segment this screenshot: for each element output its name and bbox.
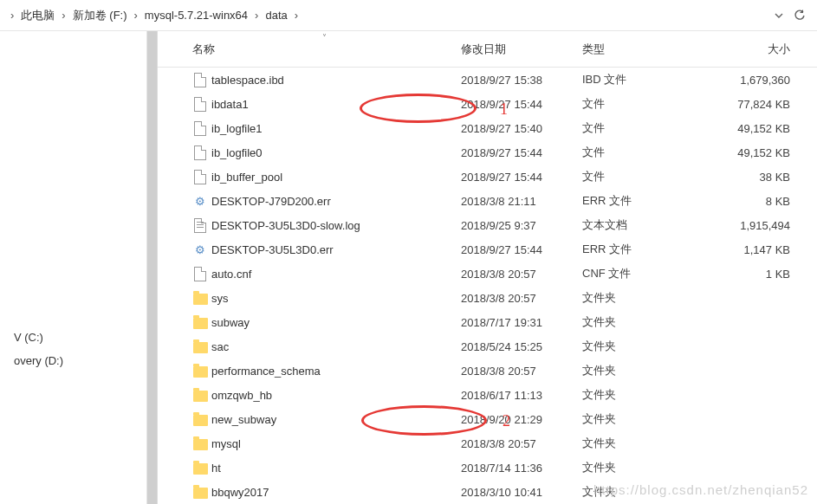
file-type: 文件夹 xyxy=(582,387,712,403)
file-name: new_subway xyxy=(211,413,276,426)
file-icon xyxy=(192,96,208,112)
folder-icon xyxy=(192,363,208,378)
file-name: ib_logfile0 xyxy=(211,146,263,159)
file-row[interactable]: ⚙DESKTOP-3U5L3D0.err2018/9/27 15:44ERR 文… xyxy=(158,237,817,262)
col-header-size[interactable]: 大小 xyxy=(712,42,807,57)
nav-tree[interactable]: V (C:) overy (D:) xyxy=(0,31,147,504)
file-row[interactable]: DESKTOP-3U5L3D0-slow.log2018/9/25 9:37文本… xyxy=(158,213,817,237)
crumb-thispc[interactable]: 此电脑 xyxy=(17,8,58,23)
file-date: 2018/9/27 15:44 xyxy=(461,146,582,159)
file-row[interactable]: ⚙DESKTOP-J79D200.err2018/3/8 21:11ERR 文件… xyxy=(158,189,817,213)
sidebar-thispc-2[interactable] xyxy=(0,372,146,383)
file-type: 文件夹 xyxy=(582,436,712,451)
file-type: 文件夹 xyxy=(582,363,712,378)
file-row[interactable]: ib_logfile02018/9/27 15:44文件49,152 KB xyxy=(158,140,817,165)
settings-file-icon: ⚙ xyxy=(192,242,208,257)
col-header-type[interactable]: 类型 xyxy=(582,42,712,57)
file-date: 2018/3/8 20:57 xyxy=(461,292,582,305)
file-name: ib_logfile1 xyxy=(211,122,263,135)
folder-icon xyxy=(192,484,208,500)
file-row[interactable]: tablespace.ibd2018/9/27 15:38IBD 文件1,679… xyxy=(158,68,817,92)
folder-icon xyxy=(192,290,208,306)
file-name: DESKTOP-3U5L3D0.err xyxy=(211,243,334,256)
file-name: performance_schema xyxy=(211,365,321,378)
folder-icon xyxy=(192,339,208,354)
file-date: 2018/3/8 20:57 xyxy=(461,268,582,281)
file-row[interactable]: ibdata12018/9/27 15:44文件77,824 KB xyxy=(158,92,817,116)
file-row[interactable]: sys2018/3/8 20:57文件夹 xyxy=(158,286,817,310)
file-type: 文件 xyxy=(582,169,712,184)
annotation-label-2: 2 xyxy=(503,412,510,430)
file-type: CNF 文件 xyxy=(582,266,712,281)
chevron-right-icon: › xyxy=(295,9,298,22)
crumb-drive[interactable]: 新加卷 (F:) xyxy=(69,8,131,23)
file-size: 1,147 KB xyxy=(712,243,807,256)
file-type: 文件 xyxy=(582,96,712,112)
sidebar-drive-c[interactable]: V (C:) xyxy=(0,326,146,349)
file-name: DESKTOP-3U5L3D0-slow.log xyxy=(211,219,360,232)
file-name: ibdata1 xyxy=(211,98,249,111)
settings-file-icon: ⚙ xyxy=(192,193,208,209)
file-icon xyxy=(192,266,208,281)
file-row[interactable]: ib_buffer_pool2018/9/27 15:44文件38 KB xyxy=(158,165,817,189)
crumb-data[interactable]: data xyxy=(262,9,290,22)
crumb-mysql[interactable]: mysql-5.7.21-winx64 xyxy=(141,9,251,22)
history-dropdown-button[interactable] xyxy=(768,5,789,26)
file-type: ERR 文件 xyxy=(582,242,712,257)
file-type: ERR 文件 xyxy=(582,193,712,209)
address-bar[interactable]: › 此电脑 › 新加卷 (F:) › mysql-5.7.21-winx64 ›… xyxy=(0,0,817,31)
file-date: 2018/9/25 9:37 xyxy=(461,219,582,232)
file-row[interactable]: mysql2018/3/8 20:57文件夹 xyxy=(158,431,817,456)
file-row[interactable]: performance_schema2018/3/8 20:57文件夹 xyxy=(158,359,817,383)
file-row[interactable]: sac2018/5/24 15:25文件夹 xyxy=(158,334,817,359)
annotation-label-1: 1 xyxy=(500,100,508,119)
file-list[interactable]: tablespace.ibd2018/9/27 15:38IBD 文件1,679… xyxy=(158,68,817,504)
col-header-name[interactable]: 名称 xyxy=(192,42,461,57)
file-name: DESKTOP-J79D200.err xyxy=(211,195,331,208)
chevron-right-icon: › xyxy=(134,9,138,22)
file-date: 2018/6/17 11:13 xyxy=(461,389,582,402)
file-date: 2018/3/8 20:57 xyxy=(461,437,582,450)
file-size: 49,152 KB xyxy=(712,122,807,135)
file-type: 文件 xyxy=(582,145,712,160)
file-type: IBD 文件 xyxy=(582,72,712,87)
file-date: 2018/5/24 15:25 xyxy=(461,340,582,353)
file-icon xyxy=(192,120,208,136)
file-name: tablespace.ibd xyxy=(211,74,284,87)
file-type: 文件夹 xyxy=(582,339,712,354)
file-name: mysql xyxy=(211,437,241,450)
folder-icon xyxy=(192,314,208,330)
file-row[interactable]: ib_logfile12018/9/27 15:40文件49,152 KB xyxy=(158,116,817,140)
file-date: 2018/9/27 15:44 xyxy=(461,243,582,256)
file-row[interactable]: subway2018/7/17 19:31文件夹 xyxy=(158,310,817,334)
file-row[interactable]: omzqwb_hb2018/6/17 11:13文件夹 xyxy=(158,383,817,407)
file-date: 2018/3/8 20:57 xyxy=(461,365,582,378)
file-date: 2018/7/14 11:36 xyxy=(461,462,582,475)
file-size: 1,915,494 xyxy=(712,219,807,232)
file-size: 49,152 KB xyxy=(712,146,807,159)
file-date: 2018/7/17 19:31 xyxy=(461,316,582,329)
file-type: 文件夹 xyxy=(582,460,712,475)
file-name: sys xyxy=(211,292,229,305)
file-size: 77,824 KB xyxy=(712,98,807,111)
file-name: subway xyxy=(211,316,250,329)
folder-icon xyxy=(192,411,208,427)
file-date: 2018/9/27 15:38 xyxy=(461,74,582,87)
file-type: 文件 xyxy=(582,120,712,136)
file-size: 8 KB xyxy=(712,195,807,208)
file-size: 1 KB xyxy=(712,268,807,281)
text-file-icon xyxy=(192,217,208,233)
refresh-button[interactable] xyxy=(789,5,810,26)
file-row[interactable]: new_subway2018/9/20 21:29文件夹 xyxy=(158,407,817,431)
file-row[interactable]: auto.cnf2018/3/8 20:57CNF 文件1 KB xyxy=(158,262,817,286)
file-type: 文件夹 xyxy=(582,411,712,427)
file-name: auto.cnf xyxy=(211,268,251,281)
file-row[interactable]: ht2018/7/14 11:36文件夹 xyxy=(158,456,817,480)
file-size: 38 KB xyxy=(712,171,807,184)
col-header-date[interactable]: 修改日期 xyxy=(461,42,582,57)
chevron-right-icon: › xyxy=(62,9,65,22)
file-name: sac xyxy=(211,340,229,353)
splitter[interactable] xyxy=(147,31,158,504)
sidebar-drive-d[interactable]: overy (D:) xyxy=(0,349,146,372)
watermark-text: https://blog.csdn.net/zhenqian52 xyxy=(593,482,808,497)
